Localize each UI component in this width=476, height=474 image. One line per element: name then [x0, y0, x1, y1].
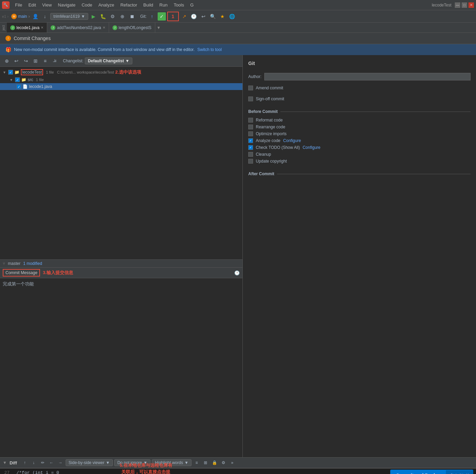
expand-all-btn[interactable]: ⊕ — [3, 57, 11, 65]
diff-viewer-dropdown[interactable]: Side-by-side viewer ▼ — [66, 459, 113, 466]
copyright-checkbox[interactable] — [248, 159, 253, 164]
author-label: Author: — [248, 74, 262, 79]
minimize-button[interactable]: — — [455, 2, 460, 8]
diff-settings-btn[interactable]: ⚙ — [220, 459, 227, 466]
rearrange-row: Rearrange code — [248, 124, 471, 130]
amend-commit-checkbox[interactable] — [248, 86, 253, 90]
expand-arrow-src[interactable]: ▼ — [10, 78, 14, 82]
menu-file[interactable]: File — [12, 2, 25, 8]
history-clock-icon[interactable]: 🕐 — [234, 270, 240, 276]
diff-edit-btn[interactable]: ✏ — [39, 459, 47, 466]
diff-columns-btn[interactable]: ⊞ — [202, 459, 209, 466]
debug-button[interactable]: 🐛 — [99, 12, 107, 21]
checkbox-src[interactable]: ✓ — [15, 77, 20, 82]
diff-header: ▼ Diff ↑ ↓ ✏ ← → Side-by-side viewer ▼ D… — [0, 458, 476, 468]
commit-message-input[interactable]: 完成第一个功能 — [0, 278, 242, 457]
before-commit-divider — [280, 112, 471, 112]
diff-forward-btn[interactable]: → — [57, 459, 64, 466]
author-row: Author: — [248, 73, 471, 80]
checkbox-lecodetest[interactable]: ✓ — [8, 70, 13, 75]
reformat-row: Reformat code — [248, 117, 471, 124]
menu-analyze[interactable]: Analyze — [96, 2, 117, 8]
changelist-label: Changelist: — [63, 59, 83, 63]
rearrange-checkbox[interactable] — [248, 125, 253, 129]
menu-code[interactable]: Code — [79, 2, 95, 8]
expand-arrow-lecodetest[interactable]: ▼ — [3, 71, 7, 74]
maximize-button[interactable]: □ — [462, 2, 467, 8]
git-arrow-btn[interactable]: ↗ — [180, 12, 188, 21]
dialog-title-text: Commit Changes — [14, 36, 51, 41]
diff-lock-btn[interactable]: 🔒 — [211, 459, 218, 466]
diff-lines-btn[interactable]: ≡ — [193, 459, 200, 466]
analyze-checkbox[interactable]: ✓ — [248, 138, 253, 143]
branch-name: master — [8, 261, 21, 266]
menu-run[interactable]: Run — [157, 2, 170, 8]
diff-more-btn[interactable]: » — [228, 459, 236, 466]
diff-down-btn[interactable]: ↓ — [30, 459, 38, 466]
analyze-configure-link[interactable]: Configure — [283, 138, 301, 143]
reformat-label: Reformat code — [256, 118, 283, 123]
filter-btn[interactable]: ⫡ — [51, 57, 59, 65]
author-input[interactable] — [264, 73, 471, 80]
left-panel: ⊕ ↩ ↪ ⊞ ≡ ⫡ Changelist: Default Changeli… — [0, 55, 243, 457]
optimize-checkbox[interactable] — [248, 131, 253, 136]
coverage-button[interactable]: ⊕ — [118, 12, 127, 21]
diff-expand-icon[interactable]: ▼ — [3, 460, 7, 465]
diff-back-btn[interactable]: ← — [48, 459, 55, 466]
copyright-label: Update copyright — [256, 159, 287, 164]
menu-g[interactable]: G — [187, 2, 196, 8]
tab-close-icon[interactable]: ✕ — [41, 26, 43, 29]
close-button[interactable]: ✕ — [468, 2, 474, 8]
commit-push-dropdown: Commit and Push... Ctrl+Alt+K — [390, 470, 473, 474]
sort-btn[interactable]: ≡ — [41, 57, 49, 65]
reformat-checkbox[interactable] — [248, 118, 253, 123]
signoff-commit-row: Sign-off commit — [248, 95, 471, 102]
checkbox-lecode1[interactable]: ✓ — [16, 84, 21, 89]
forward-btn[interactable]: ↓ — [41, 12, 49, 21]
back-btn[interactable]: 👤 — [31, 12, 39, 21]
git-push-btn[interactable]: ↑ — [148, 12, 156, 21]
menu-refactor[interactable]: Refactor — [118, 2, 140, 8]
run-button[interactable]: ▶ — [90, 12, 98, 21]
step5-annotation: 5.在本地仓库与远程仓库有关联后，可以直接点击提交和推送 — [120, 462, 172, 474]
todo-configure-link[interactable]: Configure — [303, 145, 320, 150]
menu-navigate[interactable]: Navigate — [55, 2, 78, 8]
menu-view[interactable]: View — [39, 2, 54, 8]
tree-row-lecodetest[interactable]: ▼ ✓ 📁 lecodeTest 1 file C:\Users\... wor… — [0, 68, 242, 76]
tree-row-lecode1[interactable]: ✓ 📄 lecode1.java — [0, 83, 242, 90]
file-tree: ▼ ✓ 📁 lecodeTest 1 file C:\Users\... wor… — [0, 67, 242, 259]
menu-edit[interactable]: Edit — [26, 2, 39, 8]
star-btn[interactable]: ★ — [219, 12, 227, 21]
search-btn[interactable]: 🔍 — [209, 12, 217, 21]
cleanup-checkbox[interactable] — [248, 152, 253, 157]
group-btn[interactable]: ⊞ — [31, 57, 40, 65]
menu-tools[interactable]: Tools — [171, 2, 187, 8]
globe-btn[interactable]: 🌐 — [228, 12, 236, 21]
history-btn[interactable]: 🕐 — [190, 12, 198, 21]
revert-btn[interactable]: ↩ — [199, 12, 208, 21]
changelist-dropdown[interactable]: Default Changelist ▼ — [85, 57, 132, 64]
undo-btn[interactable]: ↩ — [12, 57, 21, 65]
todo-checkbox[interactable]: ✓ — [248, 145, 253, 150]
after-commit-title: After Commit — [248, 171, 274, 176]
tabs-overflow-btn[interactable]: ▼ — [157, 25, 161, 30]
profile-button[interactable]: ⚙ — [109, 12, 117, 21]
commit-and-push-button[interactable]: Commit and Push... — [391, 470, 446, 474]
tree-row-src[interactable]: ▼ ✓ 📁 src 1 file — [0, 76, 242, 83]
stop-button[interactable]: ⏹ — [128, 12, 136, 21]
tab-addtwonumbers[interactable]: J addTwoNumbers02.java ✕ — [47, 23, 109, 33]
main-container: ⊕ ↩ ↪ ⊞ ≡ ⫡ Changelist: Default Changeli… — [0, 55, 476, 474]
amend-commit-label: Amend commit — [256, 86, 283, 90]
branch-selector[interactable]: trimMean1619 ▼ — [50, 13, 88, 20]
tab-lecode1[interactable]: J lecode1.java ✕ — [7, 23, 47, 33]
modified-count: 1 modified — [23, 261, 42, 266]
diff-up-btn[interactable]: ↑ — [21, 459, 29, 466]
git-commit-check[interactable]: ✓ — [158, 12, 166, 21]
tab-close-icon-2[interactable]: ✕ — [103, 26, 105, 29]
commit-push-shortcut: Ctrl+Alt+K — [446, 470, 473, 474]
redo-btn[interactable]: ↪ — [22, 57, 30, 65]
tab-lengthoflongest[interactable]: J lengthOfLongestS — [109, 23, 155, 33]
menu-build[interactable]: Build — [141, 2, 156, 8]
signoff-commit-checkbox[interactable] — [248, 97, 253, 101]
switch-to-tool-link[interactable]: Switch to tool — [197, 47, 222, 52]
